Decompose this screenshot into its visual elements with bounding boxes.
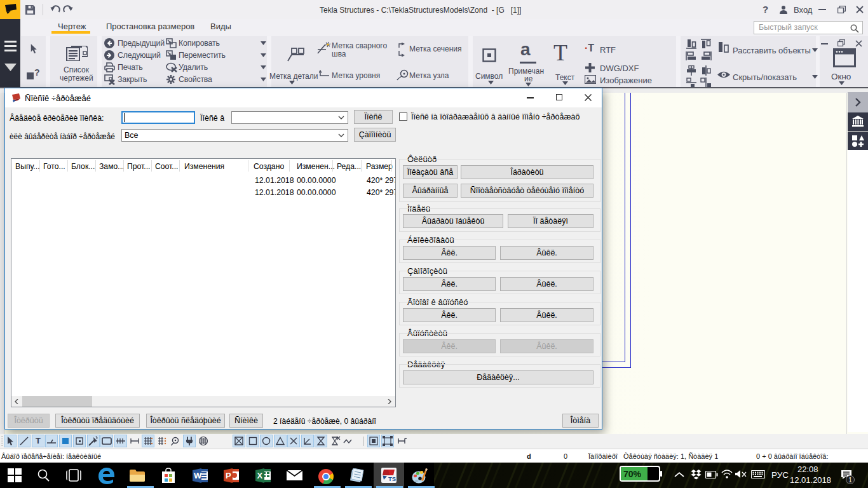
svg-text:TS: TS bbox=[388, 475, 396, 482]
svg-text:P: P bbox=[226, 471, 231, 480]
svg-text:X: X bbox=[257, 471, 263, 480]
svg-text:W: W bbox=[194, 471, 202, 480]
